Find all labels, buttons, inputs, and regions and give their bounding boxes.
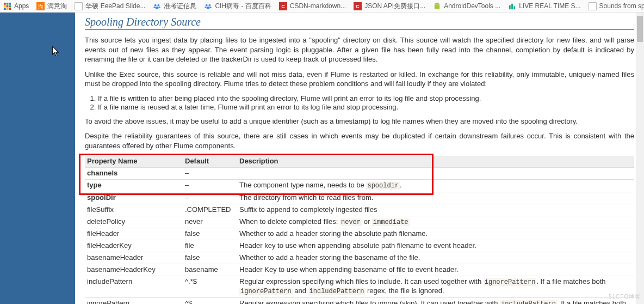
bookmark-item[interactable]: 华硕 EeePad Slide... xyxy=(75,2,145,11)
bookmark-label: 华硕 EeePad Slide... xyxy=(85,2,145,11)
svg-text:C: C xyxy=(281,4,284,9)
paragraph-reliability: Unlike the Exec source, this source is r… xyxy=(85,70,634,89)
cell-description: Regular expression specifying which file… xyxy=(237,297,634,304)
svg-text:淘: 淘 xyxy=(38,4,43,9)
scrollbar-track[interactable] xyxy=(636,13,644,304)
favicon-icon: C xyxy=(279,2,287,10)
svg-rect-3 xyxy=(4,5,6,7)
svg-point-19 xyxy=(210,6,212,8)
cell-property-name: fileHeaderKey xyxy=(85,240,183,252)
svg-rect-0 xyxy=(4,2,6,4)
table-row: ignorePattern^$Regular expression specif… xyxy=(85,297,634,304)
table-row: fileHeaderKeyfileHeader key to use when … xyxy=(85,240,634,252)
table-row: fileSuffix.COMPLETEDSuffix to append to … xyxy=(85,204,634,216)
cell-property-name: spoolDir xyxy=(85,192,183,204)
cell-property-name: fileSuffix xyxy=(85,204,183,216)
svg-point-14 xyxy=(159,6,160,8)
cell-default: – xyxy=(183,180,237,192)
bookmark-item[interactable]: Apps xyxy=(3,2,29,10)
svg-text:C: C xyxy=(356,4,360,9)
page-icon xyxy=(589,2,597,10)
cell-default: never xyxy=(183,216,237,228)
svg-point-16 xyxy=(206,4,208,6)
bookmark-label: Sounds from space xyxy=(599,2,644,10)
table-row: fileHeaderfalseWhether to add a header s… xyxy=(85,228,634,240)
cell-default: false xyxy=(183,252,237,264)
sidebar-nav xyxy=(0,13,75,304)
cell-property-name: fileHeader xyxy=(85,228,183,240)
cell-description: Regular expression specifying which file… xyxy=(237,276,634,297)
table-row: basenameHeaderfalseWhether to add a head… xyxy=(85,252,634,264)
paragraph-intro: This source lets you ingest data by plac… xyxy=(85,35,634,64)
svg-point-20 xyxy=(207,7,210,9)
favicon-icon xyxy=(153,2,161,10)
cell-description: Whether to add a header storing the abso… xyxy=(237,228,634,240)
col-description: Description xyxy=(237,156,634,167)
bookmark-item[interactable]: Sounds from space xyxy=(589,2,644,10)
cell-default: – xyxy=(183,168,237,180)
section-title: Spooling Directory Source xyxy=(85,16,634,30)
cell-property-name: basenameHeaderKey xyxy=(85,264,183,276)
svg-point-12 xyxy=(158,4,160,6)
bookmark-label: 准考证信息 xyxy=(164,2,196,11)
table-row: includePattern^.*$Regular expression spe… xyxy=(85,276,634,297)
cell-description xyxy=(237,168,634,180)
cell-default: .COMPLETED xyxy=(183,204,237,216)
bookmark-label: Apps xyxy=(14,2,29,10)
svg-rect-2 xyxy=(9,2,11,4)
cell-property-name: channels xyxy=(85,168,183,180)
table-row: channels– xyxy=(85,168,634,180)
paragraph-avoid: To avoid the above issues, it may be use… xyxy=(85,117,634,126)
bookmark-label: 满意淘 xyxy=(47,2,67,11)
doc-content: Spooling Directory Source This source le… xyxy=(75,13,644,304)
cell-description: When to delete completed files: never or… xyxy=(237,216,634,228)
svg-point-26 xyxy=(436,4,437,5)
cell-description: The directory from which to read files f… xyxy=(237,192,634,204)
table-row: spoolDir–The directory from which to rea… xyxy=(85,192,634,204)
properties-table: Property Name Default Description channe… xyxy=(85,156,634,304)
cell-description: Header Key to use when appending basenam… xyxy=(237,264,634,276)
svg-rect-25 xyxy=(435,5,439,9)
bookmark-label: CSDN-markdown... xyxy=(290,2,346,10)
bookmarks-bar: Apps淘满意淘华硕 EeePad Slide...准考证信息CIH病毒 - 百… xyxy=(0,0,644,13)
col-property-name: Property Name xyxy=(85,156,183,167)
page-frame: Spooling Directory Source This source le… xyxy=(0,13,644,304)
cell-default: ^.*$ xyxy=(183,276,237,297)
svg-point-13 xyxy=(154,6,156,8)
bookmark-item[interactable]: AndroidDevTools ... xyxy=(433,2,500,10)
svg-rect-5 xyxy=(9,5,11,7)
page-icon xyxy=(75,2,83,10)
svg-rect-1 xyxy=(7,2,9,4)
bookmark-label: AndroidDevTools ... xyxy=(444,2,500,10)
svg-rect-4 xyxy=(7,5,9,7)
favicon-icon xyxy=(433,2,441,10)
scrollbar-thumb[interactable] xyxy=(637,16,643,42)
bookmark-item[interactable]: CCSDN-markdown... xyxy=(279,2,346,10)
col-default: Default xyxy=(183,156,237,167)
bookmark-item[interactable]: 准考证信息 xyxy=(153,2,196,11)
cell-property-name: deletePolicy xyxy=(85,216,183,228)
bookmark-item[interactable]: CIH病毒 - 百度百科 xyxy=(204,2,271,11)
paragraph-duplication: Despite the reliability guarantees of th… xyxy=(85,131,634,150)
svg-rect-7 xyxy=(7,8,9,10)
bookmark-item[interactable]: 淘满意淘 xyxy=(36,2,67,11)
bookmark-item[interactable]: LIVE REAL TIME S... xyxy=(508,2,580,10)
cell-default: ^$ xyxy=(183,297,237,304)
favicon-icon: C xyxy=(354,2,362,10)
bookmark-item[interactable]: CJSON API免费接口... xyxy=(354,2,425,11)
cell-default: – xyxy=(183,192,237,204)
cell-property-name: ignorePattern xyxy=(85,297,183,304)
svg-point-11 xyxy=(154,4,157,6)
apps-icon xyxy=(3,2,11,10)
cell-default: file xyxy=(183,240,237,252)
svg-rect-8 xyxy=(9,8,11,10)
cell-description: Suffix to append to completely ingested … xyxy=(237,204,634,216)
svg-rect-30 xyxy=(514,6,516,9)
table-row: deletePolicyneverWhen to delete complete… xyxy=(85,216,634,228)
bookmark-label: JSON API免费接口... xyxy=(364,2,425,11)
cell-default: basename xyxy=(183,264,237,276)
cell-description: Whether to add a header storing the base… xyxy=(237,252,634,264)
list-item: If a file name is reused at a later time… xyxy=(98,103,634,111)
cell-description: Header key to use when appending absolut… xyxy=(237,240,634,252)
cell-property-name: type xyxy=(85,180,183,192)
